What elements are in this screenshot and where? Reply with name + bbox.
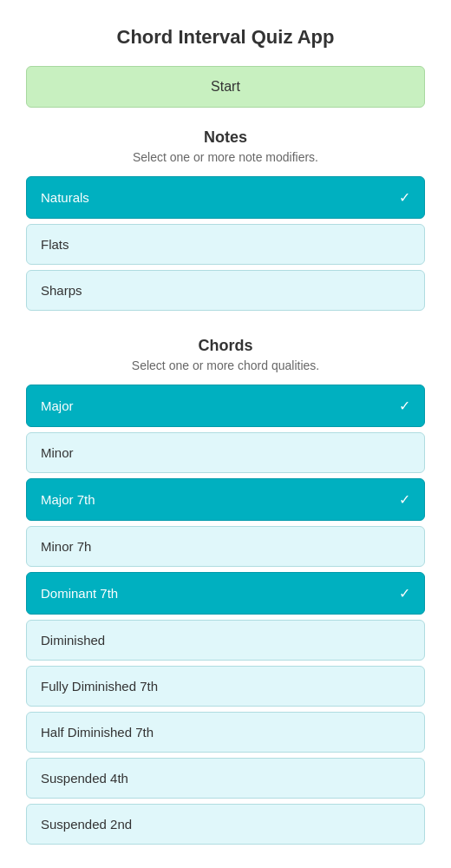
chords-option-suspended2nd[interactable]: Suspended 2nd [26,804,425,845]
chords-option-diminished[interactable]: Diminished [26,620,425,661]
checkmark-icon: ✓ [399,491,410,508]
notes-section-subtitle: Select one or more note modifiers. [26,150,425,164]
notes-option-flats[interactable]: Flats [26,224,425,265]
checkmark-icon: ✓ [399,585,410,602]
chords-option-major7th[interactable]: Major 7th✓ [26,478,425,521]
notes-option-sharps[interactable]: Sharps [26,270,425,311]
chords-option-fullydiminished7th[interactable]: Fully Diminished 7th [26,666,425,707]
chords-option-label-suspended2nd: Suspended 2nd [41,817,132,832]
chords-option-suspended4th[interactable]: Suspended 4th [26,758,425,799]
checkmark-icon: ✓ [399,398,410,414]
chords-option-label-diminished: Diminished [41,633,105,648]
chords-option-label-dominant7th: Dominant 7th [41,586,118,601]
chords-section: Chords Select one or more chord qualitie… [26,337,425,850]
chords-option-major[interactable]: Major✓ [26,385,425,427]
chords-option-label-minor: Minor [41,445,74,460]
notes-section: Notes Select one or more note modifiers.… [26,128,425,316]
chords-option-dominant7th[interactable]: Dominant 7th✓ [26,572,425,615]
chords-option-label-major7th: Major 7th [41,492,95,507]
notes-section-title: Notes [26,128,425,147]
notes-option-label-flats: Flats [41,237,69,252]
chords-option-label-fullydiminished7th: Fully Diminished 7th [41,679,158,694]
chords-option-label-minor7h: Minor 7h [41,539,91,554]
chords-section-subtitle: Select one or more chord qualities. [26,358,425,372]
chords-section-title: Chords [26,337,425,355]
chords-option-label-suspended4th: Suspended 4th [41,771,128,786]
chords-option-label-major: Major [41,398,74,413]
notes-option-label-naturals: Naturals [41,190,89,205]
chords-option-halfdiminished7th[interactable]: Half Diminished 7th [26,712,425,753]
chords-option-minor7h[interactable]: Minor 7h [26,526,425,567]
chords-option-minor[interactable]: Minor [26,432,425,473]
start-button[interactable]: Start [26,66,425,108]
notes-option-naturals[interactable]: Naturals✓ [26,176,425,219]
chords-option-label-halfdiminished7th: Half Diminished 7th [41,725,154,740]
chords-options-list: Major✓MinorMajor 7th✓Minor 7hDominant 7t… [26,385,425,845]
page-title: Chord Interval Quiz App [117,26,335,49]
notes-option-label-sharps: Sharps [41,283,82,298]
notes-options-list: Naturals✓FlatsSharps [26,176,425,311]
checkmark-icon: ✓ [399,189,410,206]
